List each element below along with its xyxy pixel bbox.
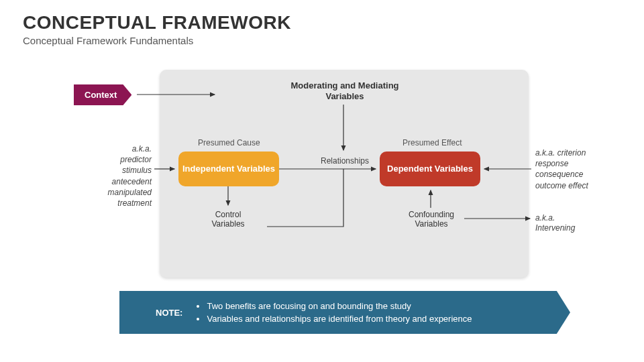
- note-bar: NOTE: Two benefits are focusing on and b…: [119, 291, 570, 334]
- moderating-label: Moderating and Mediating Variables: [278, 80, 412, 103]
- aka-intervening-line: Intervening: [535, 223, 602, 233]
- dependent-variables-box: Dependent Variables: [380, 152, 480, 186]
- aka-right-line: a.k.a. criterion: [535, 147, 616, 158]
- aka-intervening-line: a.k.a.: [535, 213, 602, 223]
- presumed-cause-label: Presumed Cause: [198, 138, 260, 147]
- note-bullet: Variables and relationships are identifi…: [207, 312, 472, 326]
- aka-left-line: stimulus: [86, 165, 152, 176]
- note-label: NOTE:: [156, 308, 182, 318]
- aka-left-line: antecedent: [86, 176, 152, 187]
- aka-left-line: manipulated: [86, 187, 152, 198]
- aka-right-line: consequence: [535, 169, 616, 180]
- independent-variables-box: Independent Variables: [178, 152, 279, 186]
- presumed-effect-label: Presumed Effect: [402, 138, 462, 147]
- context-tag: Context: [74, 84, 131, 105]
- page-title: CONCEPTUAL FRAMEWORK: [23, 12, 644, 34]
- aka-intervening-list: a.k.a. Intervening: [535, 213, 602, 233]
- aka-predictor-list: a.k.a. predictor stimulus antecedent man…: [86, 143, 152, 208]
- control-variables-label: Control Variables: [201, 210, 255, 229]
- aka-left-line: treatment: [86, 198, 152, 208]
- note-bullet: Two benefits are focusing on and boundin…: [207, 300, 472, 313]
- aka-right-line: outcome effect: [535, 180, 616, 191]
- confounding-variables-label: Confounding Variables: [401, 210, 462, 229]
- aka-right-line: response: [535, 158, 616, 169]
- relationships-label: Relationships: [321, 156, 369, 166]
- note-list: Two benefits are focusing on and boundin…: [195, 300, 472, 326]
- page-subtitle: Conceptual Framework Fundamentals: [23, 35, 644, 46]
- aka-criterion-list: a.k.a. criterion response consequence ou…: [535, 147, 616, 191]
- aka-left-line: a.k.a.: [86, 143, 152, 154]
- aka-left-line: predictor: [86, 154, 152, 165]
